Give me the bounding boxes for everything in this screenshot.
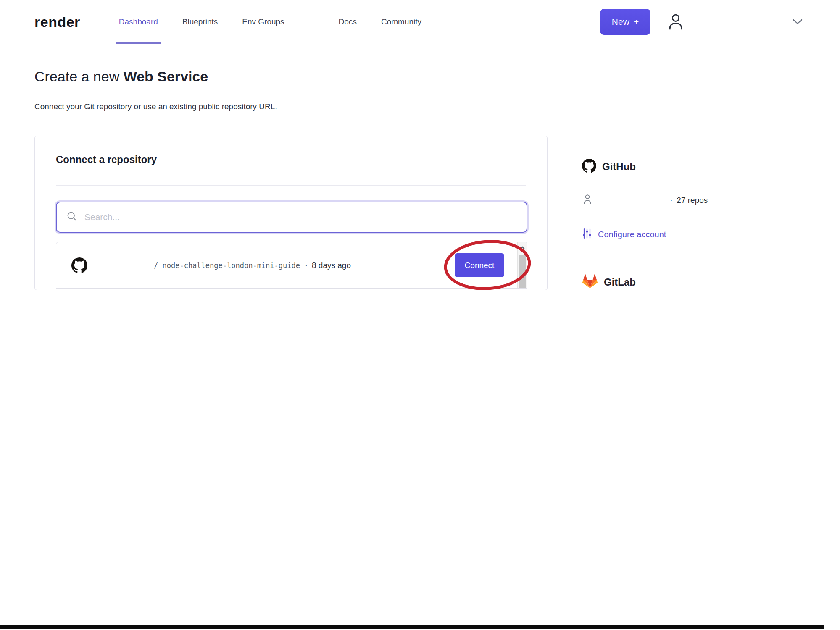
github-icon <box>582 159 596 175</box>
page-title-prefix: Create a new <box>34 68 124 84</box>
nav-item-dashboard[interactable]: Dashboard <box>119 0 158 44</box>
scrollbar-up-icon[interactable] <box>518 242 527 253</box>
repo-path: / node-challenge-london-mini-guide <box>154 261 300 270</box>
person-icon <box>582 193 593 207</box>
github-section-header: GitHub <box>582 159 758 175</box>
repo-row[interactable]: / node-challenge-london-mini-guide · 8 d… <box>56 242 527 288</box>
page-subtitle: Connect your Git repository or use an ex… <box>34 102 277 111</box>
nav-item-blueprints[interactable]: Blueprints <box>182 0 218 44</box>
github-title: GitHub <box>602 161 636 173</box>
page-title: Create a new Web Service <box>34 68 208 85</box>
redacted-username <box>97 259 150 272</box>
github-account-row: · 27 repos <box>582 193 758 207</box>
repo-count: 27 repos <box>677 196 708 205</box>
repo-search-box <box>56 202 527 233</box>
main-nav: Dashboard Blueprints Env Groups Docs Com… <box>119 0 446 44</box>
git-providers-panel: GitHub · 27 repos Configure account <box>582 159 758 291</box>
connect-button[interactable]: Connect <box>455 253 504 277</box>
github-icon <box>71 257 87 273</box>
repo-count-bullet: · <box>670 197 672 204</box>
chevron-down-icon[interactable] <box>792 18 803 25</box>
nav-item-docs[interactable]: Docs <box>339 0 357 44</box>
new-button[interactable]: New + <box>600 9 650 35</box>
repo-list: / node-challenge-london-mini-guide · 8 d… <box>56 242 527 289</box>
repo-updated: 8 days ago <box>312 261 351 270</box>
plus-icon: + <box>634 17 639 27</box>
configure-account-label: Configure account <box>598 230 666 239</box>
render-logo[interactable]: render <box>34 14 80 30</box>
gitlab-icon <box>582 274 598 291</box>
nav-item-community[interactable]: Community <box>381 0 421 44</box>
connect-repository-card: Connect a repository / node-challenge-lo… <box>34 136 548 290</box>
repo-separator: · <box>305 261 308 270</box>
nav-divider <box>314 13 314 31</box>
nav-item-env-groups[interactable]: Env Groups <box>242 0 284 44</box>
page-title-emphasis: Web Service <box>124 68 208 84</box>
card-heading: Connect a repository <box>56 154 157 165</box>
gitlab-section-header: GitLab <box>582 274 758 291</box>
user-avatar-icon[interactable] <box>666 11 685 32</box>
repo-search-input[interactable] <box>84 212 517 222</box>
sliders-icon <box>582 228 592 241</box>
card-divider <box>56 185 526 186</box>
top-navbar: render Dashboard Blueprints Env Groups D… <box>0 0 840 44</box>
bottom-edge-bar <box>0 625 824 629</box>
redacted-account-name <box>599 195 670 205</box>
new-button-label: New <box>612 17 629 27</box>
search-icon <box>66 210 78 224</box>
configure-account-link[interactable]: Configure account <box>582 228 758 241</box>
gitlab-title: GitLab <box>604 276 636 288</box>
repo-list-scrollbar[interactable] <box>517 242 527 288</box>
header-right: New + <box>600 9 840 35</box>
scrollbar-thumb[interactable] <box>519 255 526 288</box>
